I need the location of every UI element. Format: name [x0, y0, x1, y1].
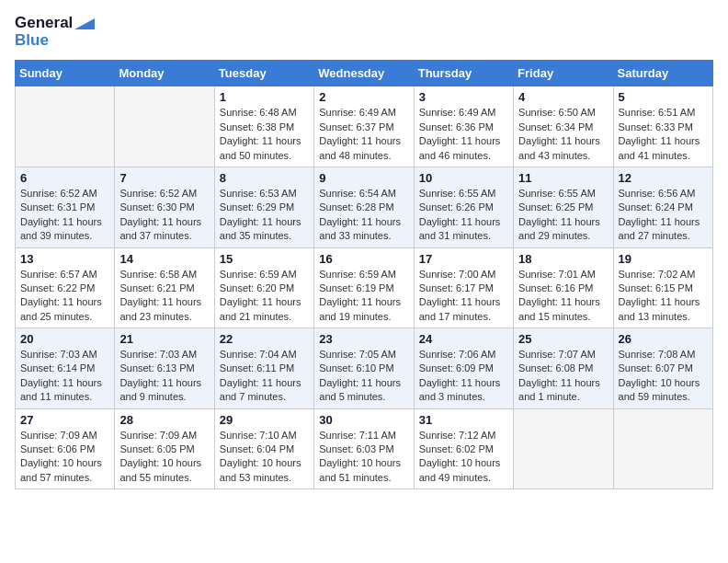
calendar-cell: 5Sunrise: 6:51 AMSunset: 6:33 PMDaylight…: [613, 86, 712, 167]
day-number: 21: [119, 332, 209, 346]
calendar-cell: 30Sunrise: 7:11 AMSunset: 6:03 PMDayligh…: [314, 408, 414, 489]
day-number: 9: [319, 171, 408, 185]
day-header-saturday: Saturday: [613, 61, 712, 86]
cell-info: Sunrise: 6:49 AMSunset: 6:37 PMDaylight:…: [319, 106, 408, 163]
day-number: 13: [20, 252, 109, 266]
cell-info: Sunrise: 7:00 AMSunset: 6:17 PMDaylight:…: [419, 268, 508, 325]
day-number: 23: [319, 332, 408, 346]
svg-marker-0: [74, 18, 95, 29]
calendar-cell: 27Sunrise: 7:09 AMSunset: 6:06 PMDayligh…: [16, 408, 115, 489]
calendar-week-row: 20Sunrise: 7:03 AMSunset: 6:14 PMDayligh…: [16, 328, 713, 409]
calendar-week-row: 1Sunrise: 6:48 AMSunset: 6:38 PMDaylight…: [16, 86, 713, 167]
calendar-cell: [115, 86, 214, 167]
cell-info: Sunrise: 6:59 AMSunset: 6:19 PMDaylight:…: [319, 268, 408, 325]
day-number: 14: [119, 252, 209, 266]
calendar-cell: 13Sunrise: 6:57 AMSunset: 6:22 PMDayligh…: [16, 247, 115, 328]
calendar-cell: [16, 86, 115, 167]
day-number: 18: [518, 252, 608, 266]
day-number: 3: [419, 90, 508, 104]
day-number: 29: [220, 413, 309, 427]
cell-info: Sunrise: 7:06 AMSunset: 6:09 PMDaylight:…: [419, 348, 508, 405]
calendar-cell: [613, 408, 712, 489]
page-header: General Blue: [15, 15, 713, 49]
day-number: 20: [20, 332, 109, 346]
day-number: 24: [419, 332, 508, 346]
cell-info: Sunrise: 7:07 AMSunset: 6:08 PMDaylight:…: [518, 348, 608, 405]
day-number: 2: [319, 90, 408, 104]
cell-info: Sunrise: 7:03 AMSunset: 6:13 PMDaylight:…: [119, 348, 209, 405]
calendar-cell: 1Sunrise: 6:48 AMSunset: 6:38 PMDaylight…: [214, 86, 313, 167]
cell-info: Sunrise: 6:50 AMSunset: 6:34 PMDaylight:…: [518, 106, 608, 163]
day-header-friday: Friday: [514, 61, 613, 86]
day-number: 5: [619, 90, 708, 104]
cell-info: Sunrise: 6:54 AMSunset: 6:28 PMDaylight:…: [319, 187, 408, 244]
cell-info: Sunrise: 6:59 AMSunset: 6:20 PMDaylight:…: [220, 268, 309, 325]
cell-info: Sunrise: 6:57 AMSunset: 6:22 PMDaylight:…: [20, 268, 109, 325]
calendar-cell: 23Sunrise: 7:05 AMSunset: 6:10 PMDayligh…: [314, 328, 414, 409]
cell-info: Sunrise: 6:52 AMSunset: 6:30 PMDaylight:…: [119, 187, 209, 244]
logo-icon: [74, 18, 95, 29]
calendar-cell: 14Sunrise: 6:58 AMSunset: 6:21 PMDayligh…: [115, 247, 214, 328]
calendar-cell: 7Sunrise: 6:52 AMSunset: 6:30 PMDaylight…: [115, 167, 214, 247]
calendar-cell: 19Sunrise: 7:02 AMSunset: 6:15 PMDayligh…: [613, 247, 712, 328]
cell-info: Sunrise: 7:09 AMSunset: 6:06 PMDaylight:…: [20, 429, 109, 486]
cell-info: Sunrise: 7:11 AMSunset: 6:03 PMDaylight:…: [319, 429, 408, 486]
cell-info: Sunrise: 6:48 AMSunset: 6:38 PMDaylight:…: [220, 106, 309, 163]
day-number: 26: [619, 332, 708, 346]
logo: General Blue: [15, 15, 95, 49]
calendar-cell: 22Sunrise: 7:04 AMSunset: 6:11 PMDayligh…: [214, 328, 313, 409]
calendar-cell: 15Sunrise: 6:59 AMSunset: 6:20 PMDayligh…: [214, 247, 313, 328]
calendar-table: SundayMondayTuesdayWednesdayThursdayFrid…: [15, 60, 713, 489]
cell-info: Sunrise: 6:53 AMSunset: 6:29 PMDaylight:…: [220, 187, 309, 244]
calendar-week-row: 13Sunrise: 6:57 AMSunset: 6:22 PMDayligh…: [16, 247, 713, 328]
cell-info: Sunrise: 7:02 AMSunset: 6:15 PMDaylight:…: [619, 268, 708, 325]
calendar-cell: 3Sunrise: 6:49 AMSunset: 6:36 PMDaylight…: [414, 86, 513, 167]
calendar-cell: 21Sunrise: 7:03 AMSunset: 6:13 PMDayligh…: [115, 328, 214, 409]
cell-info: Sunrise: 7:08 AMSunset: 6:07 PMDaylight:…: [619, 348, 708, 405]
cell-info: Sunrise: 6:58 AMSunset: 6:21 PMDaylight:…: [119, 268, 209, 325]
calendar-cell: 28Sunrise: 7:09 AMSunset: 6:05 PMDayligh…: [115, 408, 214, 489]
day-number: 11: [518, 171, 608, 185]
day-number: 10: [419, 171, 508, 185]
calendar-cell: 11Sunrise: 6:55 AMSunset: 6:25 PMDayligh…: [514, 167, 613, 247]
calendar-cell: [514, 408, 613, 489]
day-number: 28: [119, 413, 209, 427]
day-header-wednesday: Wednesday: [314, 61, 414, 86]
calendar-cell: 31Sunrise: 7:12 AMSunset: 6:02 PMDayligh…: [414, 408, 513, 489]
day-number: 31: [419, 413, 508, 427]
day-number: 25: [518, 332, 608, 346]
day-number: 12: [619, 171, 708, 185]
day-header-tuesday: Tuesday: [214, 61, 313, 86]
calendar-cell: 8Sunrise: 6:53 AMSunset: 6:29 PMDaylight…: [214, 167, 313, 247]
day-number: 4: [518, 90, 608, 104]
calendar-cell: 10Sunrise: 6:55 AMSunset: 6:26 PMDayligh…: [414, 167, 513, 247]
cell-info: Sunrise: 7:10 AMSunset: 6:04 PMDaylight:…: [220, 429, 309, 486]
cell-info: Sunrise: 7:03 AMSunset: 6:14 PMDaylight:…: [20, 348, 109, 405]
calendar-week-row: 6Sunrise: 6:52 AMSunset: 6:31 PMDaylight…: [16, 167, 713, 247]
calendar-cell: 2Sunrise: 6:49 AMSunset: 6:37 PMDaylight…: [314, 86, 414, 167]
day-number: 1: [220, 90, 309, 104]
cell-info: Sunrise: 7:12 AMSunset: 6:02 PMDaylight:…: [419, 429, 508, 486]
cell-info: Sunrise: 7:05 AMSunset: 6:10 PMDaylight:…: [319, 348, 408, 405]
day-number: 8: [220, 171, 309, 185]
cell-info: Sunrise: 6:49 AMSunset: 6:36 PMDaylight:…: [419, 106, 508, 163]
calendar-cell: 25Sunrise: 7:07 AMSunset: 6:08 PMDayligh…: [514, 328, 613, 409]
calendar-header-row: SundayMondayTuesdayWednesdayThursdayFrid…: [16, 61, 713, 86]
logo-line2: Blue: [15, 32, 95, 50]
calendar-cell: 4Sunrise: 6:50 AMSunset: 6:34 PMDaylight…: [514, 86, 613, 167]
calendar-cell: 18Sunrise: 7:01 AMSunset: 6:16 PMDayligh…: [514, 247, 613, 328]
cell-info: Sunrise: 6:51 AMSunset: 6:33 PMDaylight:…: [619, 106, 708, 163]
cell-info: Sunrise: 7:04 AMSunset: 6:11 PMDaylight:…: [220, 348, 309, 405]
day-number: 27: [20, 413, 109, 427]
cell-info: Sunrise: 6:52 AMSunset: 6:31 PMDaylight:…: [20, 187, 109, 244]
calendar-cell: 12Sunrise: 6:56 AMSunset: 6:24 PMDayligh…: [613, 167, 712, 247]
calendar-week-row: 27Sunrise: 7:09 AMSunset: 6:06 PMDayligh…: [16, 408, 713, 489]
day-number: 22: [220, 332, 309, 346]
cell-info: Sunrise: 6:55 AMSunset: 6:26 PMDaylight:…: [419, 187, 508, 244]
calendar-cell: 6Sunrise: 6:52 AMSunset: 6:31 PMDaylight…: [16, 167, 115, 247]
cell-info: Sunrise: 7:01 AMSunset: 6:16 PMDaylight:…: [518, 268, 608, 325]
day-header-sunday: Sunday: [16, 61, 115, 86]
day-header-thursday: Thursday: [414, 61, 513, 86]
day-number: 30: [319, 413, 408, 427]
calendar-cell: 29Sunrise: 7:10 AMSunset: 6:04 PMDayligh…: [214, 408, 313, 489]
